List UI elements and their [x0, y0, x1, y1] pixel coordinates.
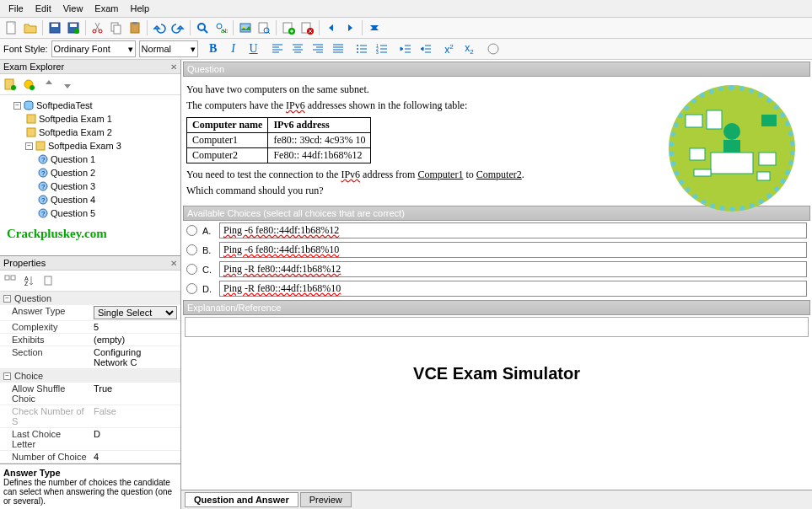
- tab-preview[interactable]: Preview: [300, 492, 352, 507]
- format-toolbar: Font Style: Ordinary Font▾ Normal▾ B I U…: [0, 39, 812, 60]
- redo-icon[interactable]: [169, 19, 186, 36]
- choice-radio[interactable]: [186, 283, 197, 294]
- collapse-icon[interactable]: −: [13, 102, 21, 110]
- open-icon[interactable]: [22, 19, 39, 36]
- explanation-header: Explanation/Reference: [183, 300, 810, 315]
- properties-title: Properties ✕: [0, 256, 180, 271]
- prop-value[interactable]: (empty): [90, 334, 180, 346]
- bottom-tabs: Question and Answer Preview: [181, 490, 812, 509]
- choice-radio[interactable]: [186, 264, 197, 275]
- search-icon[interactable]: [194, 19, 211, 36]
- choice-text-input[interactable]: Ping -R fe80::44df:1b68%12: [219, 261, 807, 277]
- svg-rect-61: [690, 148, 705, 160]
- save-as-icon[interactable]: [65, 19, 82, 36]
- explanation-input[interactable]: [185, 317, 809, 337]
- menu-exam[interactable]: Exam: [89, 2, 123, 15]
- choice-text-input[interactable]: Ping -6 fe80::44df:1b68%10: [219, 242, 807, 258]
- choice-radio[interactable]: [186, 225, 197, 236]
- image-icon[interactable]: [237, 19, 254, 36]
- underline-button[interactable]: U: [245, 40, 262, 57]
- question-icon: ?: [37, 153, 49, 165]
- new-icon[interactable]: [3, 19, 20, 36]
- prop-value[interactable]: True: [90, 383, 180, 405]
- align-justify-icon[interactable]: [330, 40, 347, 57]
- indent-icon[interactable]: [417, 40, 434, 57]
- exam-icon: [25, 113, 37, 125]
- collapse-icon[interactable]: −: [25, 142, 33, 150]
- close-explorer-icon[interactable]: ✕: [170, 62, 177, 72]
- move-up-icon[interactable]: [40, 76, 57, 93]
- bold-button[interactable]: B: [205, 40, 222, 57]
- italic-button[interactable]: I: [225, 40, 242, 57]
- paste-icon[interactable]: [126, 19, 143, 36]
- sort-icon[interactable]: AZ: [20, 272, 37, 289]
- prop-label: Exhibits: [0, 334, 90, 346]
- explorer-title: Exam Explorer ✕: [0, 60, 180, 74]
- align-right-icon[interactable]: [309, 40, 326, 57]
- prop-category[interactable]: −Choice: [0, 369, 180, 383]
- tree-question[interactable]: ?Question 1: [3, 153, 177, 166]
- forward-icon[interactable]: [341, 19, 358, 36]
- cut-icon[interactable]: [89, 19, 106, 36]
- settings-icon[interactable]: [366, 19, 383, 36]
- question-body[interactable]: You have two computers on the same subne…: [181, 77, 812, 204]
- save-icon[interactable]: [46, 19, 63, 36]
- tree-exam[interactable]: Softpedia Exam 1: [3, 112, 177, 126]
- replace-icon[interactable]: ab: [212, 19, 229, 36]
- undo-icon[interactable]: [151, 19, 168, 36]
- watermark: Crackpluskey.com: [3, 220, 177, 248]
- tree-question[interactable]: ?Question 5: [3, 206, 177, 220]
- font-weight-combo[interactable]: Normal▾: [139, 40, 198, 57]
- move-down-icon[interactable]: [59, 76, 76, 93]
- svg-point-25: [357, 45, 358, 46]
- prop-category[interactable]: −Question: [0, 292, 180, 305]
- tab-question-answer[interactable]: Question and Answer: [185, 492, 298, 507]
- prop-value[interactable]: Configuring Network C: [90, 346, 180, 368]
- outdent-icon[interactable]: [397, 40, 414, 57]
- delete-icon[interactable]: [298, 19, 315, 36]
- tree-exam[interactable]: − Softpedia Exam 3: [3, 139, 177, 153]
- prop-value[interactable]: D: [90, 428, 180, 450]
- copy-icon[interactable]: [108, 19, 125, 36]
- app-title: VCE Exam Simulator: [181, 339, 812, 409]
- prop-label: Section: [0, 346, 90, 368]
- svg-rect-62: [759, 153, 776, 165]
- tree-question[interactable]: ?Question 4: [3, 193, 177, 206]
- back-icon[interactable]: [323, 19, 340, 36]
- menu-file[interactable]: File: [3, 2, 29, 15]
- illustration: [669, 85, 804, 212]
- prop-value[interactable]: 4: [90, 451, 180, 463]
- numbering-icon[interactable]: 123: [374, 40, 390, 57]
- choice-radio[interactable]: [186, 244, 197, 255]
- exam-tree: − SoftpediaTest Softpedia Exam 1 Softped…: [0, 95, 180, 255]
- symbol-icon[interactable]: [485, 40, 502, 57]
- add-exam-icon[interactable]: [2, 76, 19, 93]
- preview-icon[interactable]: [255, 19, 272, 36]
- tree-question[interactable]: ?Question 2: [3, 166, 177, 179]
- bullets-icon[interactable]: [353, 40, 370, 57]
- categorize-icon[interactable]: [2, 272, 19, 289]
- choice-letter: D.: [202, 284, 214, 294]
- add-icon[interactable]: [280, 19, 297, 36]
- close-properties-icon[interactable]: ✕: [170, 259, 177, 268]
- menu-view[interactable]: View: [58, 2, 89, 15]
- tree-exam[interactable]: Softpedia Exam 2: [3, 126, 177, 139]
- choice-text-input[interactable]: Ping -R fe80::44df:1b68%10: [219, 281, 807, 297]
- prop-value[interactable]: 5: [90, 321, 180, 333]
- subscript-icon[interactable]: x2: [461, 40, 478, 57]
- prop-label: Complexity: [0, 321, 90, 333]
- answer-type-select[interactable]: Single Select: [94, 306, 177, 319]
- superscript-icon[interactable]: x2: [441, 40, 458, 57]
- svg-rect-51: [11, 276, 15, 280]
- choice-text-input[interactable]: Ping -6 fe80::44df:1b68%12: [219, 222, 807, 238]
- tree-question[interactable]: ?Question 3: [3, 179, 177, 193]
- font-style-combo[interactable]: Ordinary Font▾: [51, 40, 136, 57]
- align-center-icon[interactable]: [289, 40, 306, 57]
- tree-root[interactable]: − SoftpediaTest: [3, 99, 177, 112]
- align-left-icon[interactable]: [269, 40, 286, 57]
- add-question-icon[interactable]: [20, 76, 37, 93]
- svg-rect-4: [70, 24, 77, 27]
- prop-pages-icon[interactable]: [40, 272, 57, 289]
- menu-help[interactable]: Help: [125, 2, 154, 15]
- menu-edit[interactable]: Edit: [30, 2, 56, 15]
